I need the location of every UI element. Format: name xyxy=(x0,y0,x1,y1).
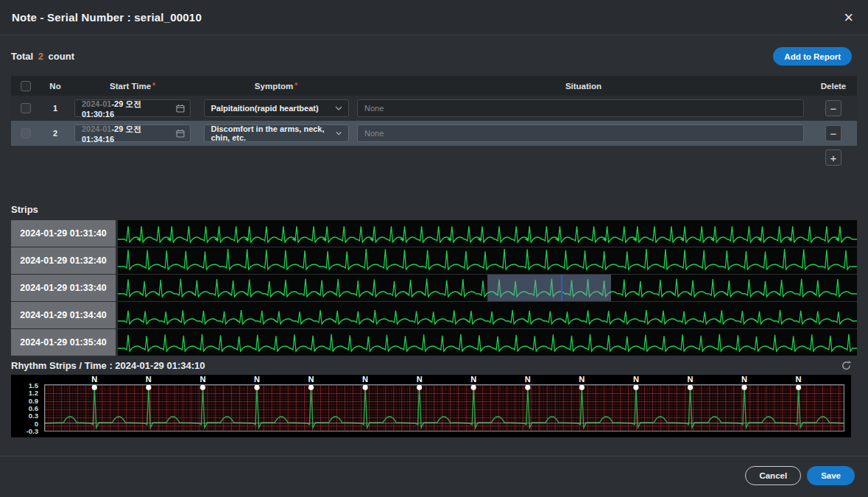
strip-timestamp[interactable]: 2024-01-29 01:34:40 xyxy=(11,302,116,328)
strip-selection-overlay[interactable] xyxy=(487,275,611,301)
count-label: count xyxy=(49,51,74,62)
beat-peak-dot[interactable] xyxy=(796,385,801,390)
situation-input[interactable] xyxy=(357,99,804,117)
col-header-delete: Delete xyxy=(810,82,857,91)
add-to-report-button[interactable]: Add to Report xyxy=(773,47,852,66)
rhythm-plot-area[interactable] xyxy=(44,384,844,431)
col-header-no: No xyxy=(40,82,70,91)
ecg-wave-icon xyxy=(118,247,857,274)
delete-row-button[interactable]: − xyxy=(825,125,841,141)
beat-annotation-label[interactable]: N xyxy=(146,375,152,384)
total-count-value: 2 xyxy=(38,51,43,62)
beat-peak-dot[interactable] xyxy=(363,385,368,390)
calendar-icon[interactable] xyxy=(176,104,185,113)
strip-waveform[interactable] xyxy=(118,247,857,274)
date-dim-part: 2024-01 xyxy=(82,124,111,133)
y-axis-tick-label: 1.2 xyxy=(29,389,38,397)
symptom-value: Palpitaition(rapid heartbeat) xyxy=(211,104,319,113)
notes-table: No Start Time* Symptom* Situation Delete… xyxy=(11,76,857,168)
y-axis-tick-label: 0.3 xyxy=(29,412,38,420)
close-icon[interactable]: × xyxy=(844,10,853,25)
selection-cursor-line[interactable] xyxy=(561,275,562,301)
table-row: 1 2024-01-29 오전 01:30:16 Palpitaition(ra… xyxy=(11,96,857,121)
rhythm-title: Rhythm Strips / Time : 2024-01-29 01:34:… xyxy=(11,360,205,371)
strip-timestamp[interactable]: 2024-01-29 01:31:40 xyxy=(11,220,116,247)
beat-annotation-label[interactable]: N xyxy=(254,375,260,384)
strip-waveform[interactable] xyxy=(118,220,857,247)
strip-row: 2024-01-29 01:31:40 xyxy=(11,220,857,247)
row-checkbox[interactable] xyxy=(21,103,31,113)
add-note-button[interactable]: + xyxy=(825,149,841,166)
minus-icon: − xyxy=(830,127,837,140)
beat-annotation-label[interactable]: N xyxy=(417,375,423,384)
rhythm-chart[interactable]: 1.51.20.90.60.30-0.3 NNNNNNNNNNNNNN xyxy=(11,375,851,437)
select-all-checkbox[interactable] xyxy=(21,81,31,91)
reset-icon xyxy=(841,360,852,371)
beat-annotation-label[interactable]: N xyxy=(308,375,314,384)
strip-timestamp[interactable]: 2024-01-29 01:35:40 xyxy=(11,329,116,356)
total-count-text: Total 2 count xyxy=(11,51,74,62)
beat-annotation-label[interactable]: N xyxy=(525,375,531,384)
beat-peak-dot[interactable] xyxy=(254,385,259,390)
strip-row: 2024-01-29 01:32:40 xyxy=(11,247,857,274)
beat-peak-dot[interactable] xyxy=(525,385,530,390)
rhythm-ecg-wave xyxy=(45,385,844,431)
beat-annotation-label[interactable]: N xyxy=(741,375,747,384)
y-axis-tick-label: -0.3 xyxy=(27,427,38,435)
row-number: 2 xyxy=(40,129,70,138)
beat-peak-dot[interactable] xyxy=(741,385,747,390)
footer: Cancel Save xyxy=(0,457,868,495)
rhythm-y-axis: 1.51.20.90.60.30-0.3 xyxy=(11,385,42,431)
strip-timestamp[interactable]: 2024-01-29 01:33:40 xyxy=(11,275,116,301)
rhythm-header: Rhythm Strips / Time : 2024-01-29 01:34:… xyxy=(11,360,852,371)
start-time-input[interactable]: 2024-01-29 오전 01:34:16 xyxy=(74,124,191,142)
symptom-select[interactable]: Discomfort in the arms, neck, chin, etc. xyxy=(204,124,349,142)
beat-annotation-label[interactable]: N xyxy=(470,375,476,384)
beat-peak-dot[interactable] xyxy=(633,385,638,390)
strip-row: 2024-01-29 01:34:40 xyxy=(11,302,857,328)
cancel-button[interactable]: Cancel xyxy=(745,466,801,485)
beat-peak-dot[interactable] xyxy=(417,385,422,390)
chevron-down-icon xyxy=(336,131,342,135)
row-checkbox[interactable] xyxy=(21,128,31,138)
required-marker: * xyxy=(152,82,155,90)
plus-icon: + xyxy=(830,152,837,164)
date-dim-part: 2024-01 xyxy=(82,99,111,108)
beat-peak-dot[interactable] xyxy=(579,385,585,390)
col-header-symptom: Symptom* xyxy=(195,82,357,91)
beat-annotation-label[interactable]: N xyxy=(796,375,802,384)
beat-peak-dot[interactable] xyxy=(92,385,97,390)
beat-annotation-label[interactable]: N xyxy=(687,375,693,384)
beat-peak-dot[interactable] xyxy=(200,385,205,390)
strip-waveform[interactable] xyxy=(118,302,857,328)
strip-timestamp[interactable]: 2024-01-29 01:32:40 xyxy=(11,247,116,274)
beat-annotation-layer: NNNNNNNNNNNNNN xyxy=(45,375,844,384)
delete-row-button[interactable]: − xyxy=(825,100,841,116)
start-time-input[interactable]: 2024-01-29 오전 01:30:16 xyxy=(74,99,191,117)
calendar-icon[interactable] xyxy=(176,129,185,138)
required-marker: * xyxy=(294,82,297,90)
ecg-wave-icon xyxy=(118,220,857,247)
minus-icon: − xyxy=(830,102,837,115)
beat-annotation-label[interactable]: N xyxy=(579,375,585,384)
beat-annotation-label[interactable]: N xyxy=(200,375,205,384)
reset-button[interactable] xyxy=(841,360,852,371)
beat-peak-dot[interactable] xyxy=(471,385,476,390)
symptom-select[interactable]: Palpitaition(rapid heartbeat) xyxy=(204,99,349,117)
beat-peak-dot[interactable] xyxy=(308,385,314,390)
strip-waveform[interactable] xyxy=(118,329,857,356)
beat-annotation-label[interactable]: N xyxy=(91,375,97,384)
situation-input[interactable] xyxy=(357,124,804,142)
save-button[interactable]: Save xyxy=(807,466,855,485)
beat-dots xyxy=(92,385,801,390)
add-row: + xyxy=(11,146,857,168)
beat-peak-dot[interactable] xyxy=(146,385,151,390)
strip-waveform[interactable] xyxy=(118,275,857,301)
beat-annotation-label[interactable]: N xyxy=(633,375,639,384)
strips-list: 2024-01-29 01:31:40 2024-01-29 01:32:40 … xyxy=(11,220,857,356)
strip-row: 2024-01-29 01:33:40 xyxy=(11,275,857,301)
beat-peak-dot[interactable] xyxy=(688,385,693,390)
beat-annotation-label[interactable]: N xyxy=(362,375,368,384)
zero-baseline xyxy=(45,423,844,423)
ecg-wave-icon xyxy=(118,302,857,328)
